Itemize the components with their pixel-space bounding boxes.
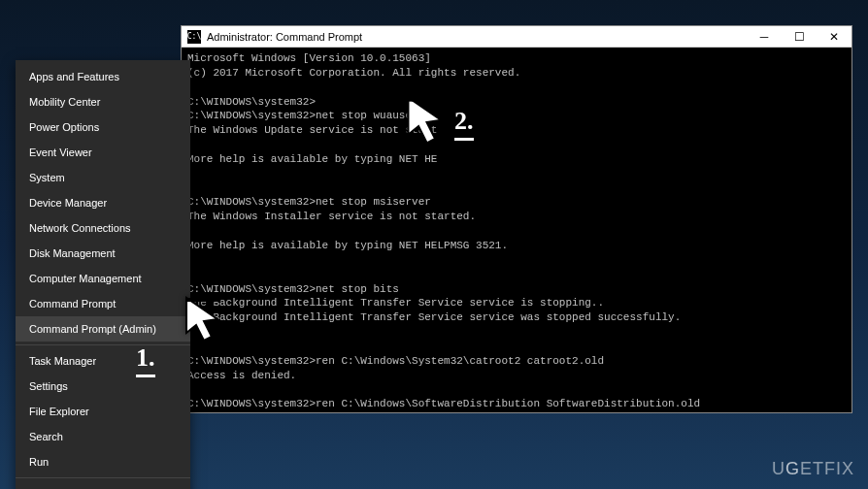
menu-item-disk-management[interactable]: Disk Management xyxy=(16,241,190,266)
svg-marker-2 xyxy=(408,97,441,143)
menu-item-label: System xyxy=(29,172,65,183)
menu-item-system[interactable]: System xyxy=(16,165,190,190)
menu-item-label: Task Manager xyxy=(29,355,96,367)
menu-item-command-prompt-admin[interactable]: Command Prompt (Admin) xyxy=(16,316,190,342)
maximize-button[interactable]: ☐ xyxy=(782,26,817,48)
menu-item-apps-and-features[interactable]: Apps and Features xyxy=(16,64,190,89)
menu-item-label: Run xyxy=(29,456,49,468)
svg-rect-3 xyxy=(408,97,443,101)
minimize-button[interactable]: ─ xyxy=(747,26,782,48)
window-titlebar[interactable]: C:\ Administrator: Command Prompt ─ ☐ ✕ xyxy=(182,26,851,48)
menu-item-label: Mobility Center xyxy=(29,96,100,108)
menu-item-power-options[interactable]: Power Options xyxy=(16,114,190,140)
menu-item-shut-down-or-sign-out[interactable]: Shut down or sign out› xyxy=(16,481,190,489)
watermark: UGETFIX xyxy=(772,459,854,479)
menu-item-label: File Explorer xyxy=(29,406,89,417)
menu-item-label: Settings xyxy=(29,380,68,392)
menu-item-event-viewer[interactable]: Event Viewer xyxy=(16,140,190,165)
menu-item-label: Computer Management xyxy=(29,273,142,284)
annotation-number-2: 2. xyxy=(454,107,474,141)
menu-item-command-prompt[interactable]: Command Prompt xyxy=(16,291,190,316)
menu-item-file-explorer[interactable]: File Explorer xyxy=(16,399,190,424)
annotation-cursor-1 xyxy=(181,292,239,350)
annotation-number-1: 1. xyxy=(136,343,155,377)
menu-separator xyxy=(16,477,190,478)
menu-item-label: Event Viewer xyxy=(29,147,92,158)
window-title: Administrator: Command Prompt xyxy=(207,31,747,43)
menu-item-search[interactable]: Search xyxy=(16,424,190,449)
svg-marker-0 xyxy=(186,298,217,341)
menu-item-label: Disk Management xyxy=(29,247,116,259)
menu-item-label: Network Connections xyxy=(29,222,131,234)
menu-item-network-connections[interactable]: Network Connections xyxy=(16,215,190,241)
menu-item-device-manager[interactable]: Device Manager xyxy=(16,190,190,215)
menu-item-mobility-center[interactable]: Mobility Center xyxy=(16,89,190,114)
menu-item-label: Command Prompt (Admin) xyxy=(29,323,156,335)
menu-separator xyxy=(16,344,190,345)
command-prompt-window: C:\ Administrator: Command Prompt ─ ☐ ✕ … xyxy=(181,25,852,413)
svg-rect-1 xyxy=(186,298,219,302)
winx-context-menu: Apps and FeaturesMobility CenterPower Op… xyxy=(16,60,190,489)
menu-item-label: Device Manager xyxy=(29,197,107,209)
menu-item-label: Apps and Features xyxy=(29,71,119,82)
menu-item-label: Power Options xyxy=(29,121,99,133)
menu-item-label: Command Prompt xyxy=(29,298,116,310)
menu-item-settings[interactable]: Settings xyxy=(16,374,190,399)
menu-item-task-manager[interactable]: Task Manager xyxy=(16,348,190,374)
close-button[interactable]: ✕ xyxy=(817,26,851,48)
window-controls: ─ ☐ ✕ xyxy=(747,26,851,48)
menu-item-label: Search xyxy=(29,431,63,442)
cmd-icon: C:\ xyxy=(187,30,201,44)
terminal-output[interactable]: Microsoft Windows [Version 10.0.15063] (… xyxy=(182,48,851,412)
menu-item-computer-management[interactable]: Computer Management xyxy=(16,266,190,291)
menu-item-run[interactable]: Run xyxy=(16,449,190,474)
